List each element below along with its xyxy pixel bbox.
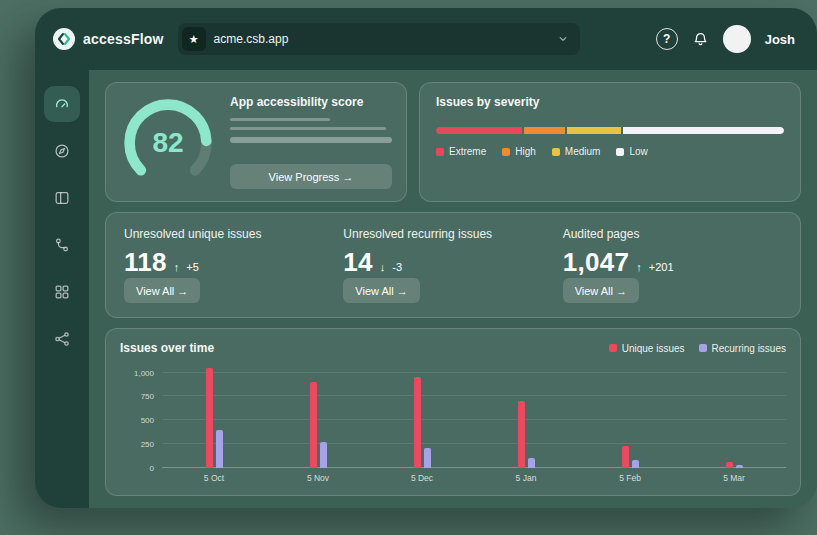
- placeholder-bar: [230, 137, 392, 143]
- sidebar-item-dashboard[interactable]: [44, 86, 80, 122]
- legend-label: Recurring issues: [712, 343, 786, 354]
- trend-down-icon: ↓: [380, 261, 386, 273]
- bar-recurring-issues: [320, 442, 327, 468]
- bar-group: [682, 365, 786, 468]
- x-tick-label: 5 Mar: [682, 473, 786, 483]
- notifications-bell-icon[interactable]: [692, 31, 709, 48]
- severity-legend: ExtremeHighMediumLow: [436, 146, 784, 157]
- chart-legend: Unique issuesRecurring issues: [609, 343, 786, 354]
- severity-card-title: Issues by severity: [436, 95, 784, 109]
- chart-title: Issues over time: [120, 341, 214, 355]
- legend-label: Low: [629, 146, 647, 157]
- top-cards-row: 82 App accessibility score View Progress…: [105, 82, 801, 202]
- stat-unresolved-unique: Unresolved unique issues 118 ↑ +5 View A…: [124, 227, 343, 303]
- stat-delta: +5: [186, 261, 199, 273]
- placeholder-line: [230, 127, 386, 130]
- stat-value: 118: [124, 247, 167, 278]
- legend-item: High: [502, 146, 536, 157]
- app-name: accessFlow: [83, 31, 164, 47]
- app-logo: accessFlow: [53, 28, 164, 50]
- stat-unresolved-recurring: Unresolved recurring issues 14 ↓ -3 View…: [343, 227, 562, 303]
- stat-delta: -3: [392, 261, 402, 273]
- sidebar-item-discover[interactable]: [44, 133, 80, 169]
- flow-branch-icon: [53, 236, 71, 254]
- view-all-pages-button[interactable]: View All →: [563, 278, 639, 303]
- legend-item: Recurring issues: [699, 343, 786, 354]
- chart-y-axis: 02505007501,000: [120, 365, 154, 468]
- bar-group: [266, 365, 370, 468]
- top-bar: accessFlow ★ acme.csb.app ? Josh: [35, 8, 817, 70]
- legend-label: High: [515, 146, 536, 157]
- stat-audited-pages: Audited pages 1,047 ↑ +201 View All →: [563, 227, 782, 303]
- y-tick-label: 1,000: [134, 368, 154, 377]
- trend-up-icon: ↑: [174, 261, 180, 273]
- sidebar-item-flows[interactable]: [44, 227, 80, 263]
- view-all-unique-button[interactable]: View All →: [124, 278, 200, 303]
- bar-unique-issues: [622, 446, 629, 468]
- legend-label: Extreme: [449, 146, 486, 157]
- legend-item: Extreme: [436, 146, 486, 157]
- x-tick-label: 5 Jan: [474, 473, 578, 483]
- app-body: 82 App accessibility score View Progress…: [35, 70, 817, 508]
- bar-group: [474, 365, 578, 468]
- chart-body: 02505007501,000: [120, 365, 786, 468]
- dashboard-gauge-icon: [53, 95, 71, 113]
- bar-group: [578, 365, 682, 468]
- score-gauge: 82: [120, 95, 216, 191]
- y-tick-label: 250: [141, 440, 154, 449]
- user-avatar[interactable]: [723, 25, 751, 53]
- x-tick-label: 5 Dec: [370, 473, 474, 483]
- sidebar-item-components[interactable]: [44, 274, 80, 310]
- y-tick-label: 0: [150, 464, 154, 473]
- legend-swatch-icon: [502, 148, 510, 156]
- share-network-icon: [53, 330, 71, 348]
- severity-segment-high: [524, 127, 565, 134]
- bar-unique-issues: [726, 462, 733, 468]
- main-content: 82 App accessibility score View Progress…: [89, 70, 817, 508]
- stats-card: Unresolved unique issues 118 ↑ +5 View A…: [105, 212, 801, 318]
- legend-swatch-icon: [616, 148, 624, 156]
- sidebar-item-pages[interactable]: [44, 180, 80, 216]
- bar-group: [370, 365, 474, 468]
- stat-value: 14: [343, 247, 373, 278]
- x-tick-label: 5 Oct: [162, 473, 266, 483]
- score-value: 82: [120, 95, 216, 191]
- site-favicon-badge: ★: [182, 27, 206, 51]
- legend-swatch-icon: [436, 148, 444, 156]
- bar-group: [162, 365, 266, 468]
- stat-label: Unresolved recurring issues: [343, 227, 562, 241]
- compass-icon: [53, 142, 71, 160]
- stat-delta: +201: [649, 261, 674, 273]
- severity-segment-medium: [567, 127, 622, 134]
- accessflow-logo-icon: [53, 28, 75, 50]
- view-all-recurring-button[interactable]: View All →: [343, 278, 419, 303]
- user-name: Josh: [765, 32, 795, 47]
- view-progress-button[interactable]: View Progress →: [230, 164, 392, 189]
- legend-item: Medium: [552, 146, 601, 157]
- sidebar-item-integrations[interactable]: [44, 321, 80, 357]
- bar-recurring-issues: [216, 430, 223, 468]
- domain-selector[interactable]: ★ acme.csb.app: [178, 23, 580, 55]
- legend-swatch-icon: [699, 344, 707, 352]
- accessibility-score-card: 82 App accessibility score View Progress…: [105, 82, 407, 202]
- legend-label: Unique issues: [622, 343, 685, 354]
- stat-label: Audited pages: [563, 227, 782, 241]
- legend-swatch-icon: [609, 344, 617, 352]
- y-tick-label: 750: [141, 392, 154, 401]
- bar-recurring-issues: [632, 460, 639, 468]
- help-icon[interactable]: ?: [656, 28, 678, 50]
- bar-recurring-issues: [736, 465, 743, 468]
- sidebar-nav: [35, 70, 89, 508]
- grid-apps-icon: [53, 283, 71, 301]
- legend-item: Unique issues: [609, 343, 685, 354]
- issues-over-time-card: Issues over time Unique issuesRecurring …: [105, 328, 801, 496]
- bar-unique-issues: [310, 382, 317, 468]
- app-window: accessFlow ★ acme.csb.app ? Josh: [35, 8, 817, 508]
- bar-unique-issues: [414, 377, 421, 468]
- issues-by-severity-card: Issues by severity ExtremeHighMediumLow: [419, 82, 801, 202]
- placeholder-line: [230, 118, 330, 121]
- x-tick-label: 5 Nov: [266, 473, 370, 483]
- score-card-right: App accessibility score View Progress →: [230, 95, 392, 189]
- severity-segment-low: [623, 127, 784, 134]
- severity-segment-extreme: [436, 127, 522, 134]
